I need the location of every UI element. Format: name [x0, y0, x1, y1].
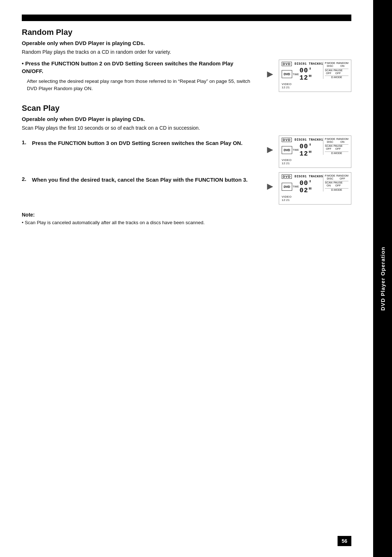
pause-cell-2: PAUSEOFF — [334, 145, 343, 151]
random-play-section: Random Play Operable only when DVD Playe… — [22, 28, 351, 95]
note-title: Note: — [22, 212, 351, 218]
scan-cell-3: SCANON — [325, 181, 332, 187]
step2-item: 2. When you find the desired track, canc… — [22, 176, 254, 183]
track-info-1: DISC01 TRACK01 — [295, 62, 323, 66]
random-play-bullet-left: Press the FUNCTION button 2 on DVD Setti… — [22, 60, 254, 95]
step2-text: When you find the desired track, cancel … — [32, 176, 254, 183]
side-tab: DVD Player Operation — [373, 0, 392, 557]
pmode-cell-3: P.MODEDISC — [325, 174, 335, 181]
random-play-intro: Random Play plays the tracks on a CD in … — [22, 48, 351, 56]
step1-text: Press the FUNCTION button 3 on DVD Setti… — [32, 139, 254, 147]
video-label-2: VIDEO12:21 — [282, 158, 291, 165]
track-info-2: DISC01 TRACK01 — [295, 138, 323, 142]
step2-content: When you find the desired track, cancel … — [32, 176, 254, 183]
pause-cell-1: PAUSEOFF — [334, 69, 343, 75]
video-label-3: VIDEO12:21 — [282, 195, 291, 202]
scan-play-section: Scan Play Operable only when DVD Player … — [22, 104, 351, 205]
video-label-1: VIDEO12:21 — [282, 82, 291, 89]
page-wrapper: Random Play Operable only when DVD Playe… — [0, 0, 392, 557]
pmode-cell-2: P.MODEDISC — [325, 138, 335, 144]
random-play-title: Random Play — [22, 28, 351, 37]
scan-cell-1: SCANOFF — [325, 69, 332, 75]
display-top-row-3: DVD DISC01 TRACK05 DVD TIME 00' 02" VIDE… — [282, 174, 348, 202]
step2-number: 2. — [22, 176, 30, 183]
scan-play-subheading: Operable only when DVD Player is playing… — [22, 116, 351, 122]
dmode-cell-2: D.MODE — [325, 152, 348, 155]
display-top-row-1: DVD DISC01 TRACK01 DVD TIME 00' 12" VIDE… — [282, 62, 348, 89]
scan-play-display-2: ► DVD DISC01 TRACK05 DVD TIME — [265, 172, 351, 205]
track-info-3: DISC01 TRACK05 — [295, 175, 323, 178]
scan-play-step1-row: 1. Press the FUNCTION button 3 on DVD Se… — [22, 136, 351, 168]
scan-play-display-1: ► DVD DISC01 TRACK01 DVD TIME — [265, 136, 351, 168]
right-panel-2: P.MODEDISC RANDOMON SCANOFF PAUSEOFF D.M… — [323, 138, 348, 155]
time-display-3: 00' 02" — [299, 179, 323, 194]
time-display-1: 00' 12" — [299, 67, 323, 81]
dvd-logo-3: DVD — [282, 183, 292, 191]
scan-play-intro: Scan Play plays the first 10 seconds or … — [22, 124, 351, 132]
dvd-logo-1: DVD — [282, 70, 292, 78]
display-screen-3: DVD DISC01 TRACK05 DVD TIME 00' 02" VIDE… — [279, 172, 351, 205]
right-panel-1: P.MODEDISC RANDOMON SCANOFF PAUSEOFF D.M… — [323, 62, 348, 79]
display-screen-1: DVD DISC01 TRACK01 DVD TIME 00' 12" VIDE… — [279, 60, 351, 92]
dmode-cell-3: D.MODE — [325, 188, 348, 191]
random-play-bullet-detail: After selecting the desired repeat play … — [27, 78, 254, 93]
scan-play-step1-left: 1. Press the FUNCTION button 3 on DVD Se… — [22, 136, 254, 153]
step1-number: 1. — [22, 139, 30, 147]
pmode-cell-1: P.MODEDISC — [325, 62, 335, 68]
note-section: Note: Scan Play is canceled automaticall… — [22, 212, 351, 226]
scan-play-title: Scan Play — [22, 104, 351, 113]
scan-cell-2: SCANOFF — [325, 145, 332, 151]
dvd-label-2: DVD — [282, 138, 292, 142]
scan-play-step2-left: 2. When you find the desired track, canc… — [22, 172, 254, 190]
scan-play-step2-row: 2. When you find the desired track, canc… — [22, 172, 351, 205]
display-top-row-2: DVD DISC01 TRACK01 DVD TIME 00' 12" VIDE… — [282, 138, 348, 165]
arrow-icon-3: ► — [265, 181, 275, 192]
page-number: 56 — [338, 536, 351, 546]
step1-item: 1. Press the FUNCTION button 3 on DVD Se… — [22, 139, 254, 147]
right-panel-3: P.MODEDISC RANDOMOFF SCANON PAUSEOFF D.M… — [323, 174, 348, 191]
step1-content: Press the FUNCTION button 3 on DVD Setti… — [32, 139, 254, 147]
random-play-display: ► DVD DISC01 TRACK01 DVD TIME — [265, 60, 351, 92]
random-play-bullet-row: Press the FUNCTION button 2 on DVD Setti… — [22, 60, 351, 95]
dvd-logo-2: DVD — [282, 146, 292, 154]
time-display-2: 00' 12" — [299, 143, 323, 157]
note-text: Scan Play is canceled automatically afte… — [22, 219, 351, 226]
dvd-label-1: DVD — [282, 62, 292, 66]
display-screen-2: DVD DISC01 TRACK01 DVD TIME 00' 12" VIDE… — [279, 136, 351, 168]
dmode-cell-1: D.MODE — [325, 76, 348, 79]
arrow-icon-2: ► — [265, 144, 275, 156]
arrow-icon: ► — [265, 68, 275, 80]
dvd-label-3: DVD — [282, 174, 292, 179]
random-cell-1: RANDOMON — [336, 62, 348, 68]
random-cell-3: RANDOMOFF — [336, 174, 348, 181]
pause-cell-3: PAUSEOFF — [334, 181, 343, 187]
side-tab-text: DVD Player Operation — [380, 247, 386, 311]
random-play-subheading: Operable only when DVD Player is playing… — [22, 40, 351, 46]
top-bar — [22, 15, 351, 21]
random-play-bullet-heading: Press the FUNCTION button 2 on DVD Setti… — [22, 60, 254, 75]
main-content: Random Play Operable only when DVD Playe… — [0, 0, 373, 557]
random-cell-2: RANDOMON — [336, 138, 348, 144]
